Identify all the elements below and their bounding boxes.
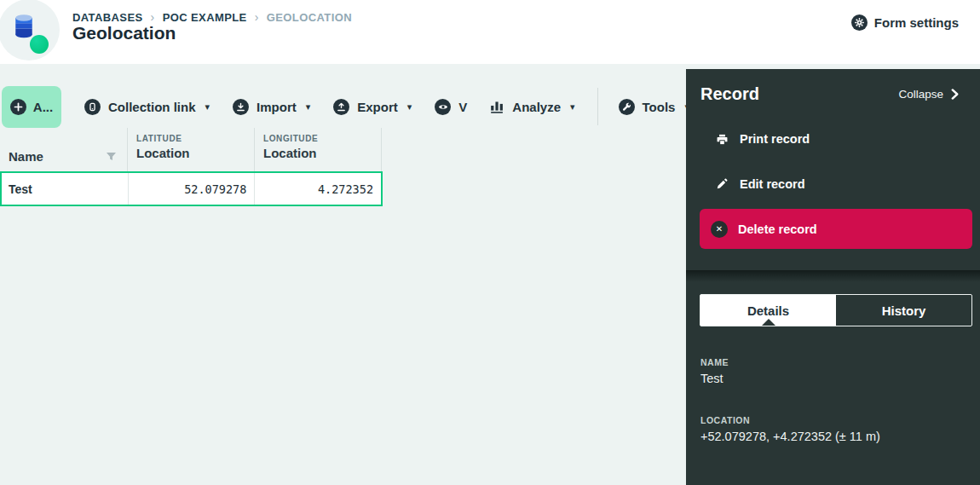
- caret-down-icon: ▾: [407, 101, 412, 113]
- tools-button[interactable]: Tools ▾: [619, 99, 689, 115]
- breadcrumb: DATABASES › POC EXAMPLE › GEOLOCATION: [72, 10, 352, 24]
- record-details: NAME Test LOCATION +52.079278, +4.272352…: [686, 357, 980, 443]
- panel-section-divider: [686, 270, 980, 282]
- tab-details[interactable]: Details: [700, 295, 836, 326]
- toolbar-divider: [597, 88, 598, 125]
- record-panel-header: Record Collapse: [686, 69, 980, 104]
- field-label-location: LOCATION: [700, 415, 980, 425]
- cell-name[interactable]: Test: [2, 173, 128, 205]
- field-value-name: Test: [700, 372, 980, 385]
- record-panel-title: Record: [700, 84, 759, 104]
- edit-record-button[interactable]: Edit record: [715, 174, 966, 194]
- form-settings-button[interactable]: Form settings: [851, 14, 959, 31]
- export-button[interactable]: Export ▾: [333, 99, 412, 115]
- database-avatar: [0, 0, 60, 61]
- edit-record-label: Edit record: [740, 177, 805, 191]
- column-label: Location: [136, 146, 254, 160]
- record-panel: Record Collapse Print record Edit record…: [686, 69, 980, 485]
- chevron-right-icon: [950, 89, 960, 100]
- view-label: V: [458, 100, 467, 114]
- delete-record-label: Delete record: [738, 222, 817, 236]
- bar-chart-icon: [490, 100, 504, 113]
- column-header-latitude[interactable]: LATITUDE Location: [128, 128, 255, 171]
- caret-down-icon: ▾: [570, 101, 575, 113]
- caret-down-icon: ▾: [205, 101, 210, 113]
- download-circle-icon: [233, 99, 249, 115]
- caret-down-icon: ▾: [306, 101, 311, 113]
- column-header-longitude[interactable]: LONGITUDE Location: [255, 128, 382, 171]
- add-record-label: A...: [33, 100, 53, 114]
- analyze-button[interactable]: Analyze ▾: [490, 100, 574, 114]
- view-button[interactable]: V: [435, 99, 467, 115]
- breadcrumb-separator: ›: [255, 10, 259, 24]
- gear-circle-icon: [851, 14, 868, 31]
- printer-icon: [715, 133, 729, 146]
- collapse-button[interactable]: Collapse: [898, 88, 960, 101]
- wrench-circle-icon: [619, 99, 635, 115]
- column-label: Location: [263, 146, 381, 160]
- upload-circle-icon: [333, 99, 349, 115]
- tools-label: Tools: [643, 100, 676, 114]
- pencil-icon: [715, 178, 729, 190]
- collapse-label: Collapse: [898, 88, 943, 101]
- print-record-button[interactable]: Print record: [715, 129, 966, 149]
- cell-longitude[interactable]: 4.272352: [254, 173, 381, 205]
- import-label: Import: [257, 100, 297, 114]
- cell-latitude[interactable]: 52.079278: [128, 173, 255, 205]
- field-label-name: NAME: [700, 357, 980, 367]
- funnel-icon[interactable]: [106, 152, 117, 161]
- column-caption: LONGITUDE: [263, 134, 381, 143]
- export-label: Export: [357, 100, 398, 114]
- form-settings-label: Form settings: [874, 15, 959, 30]
- x-circle-icon: ✕: [711, 221, 728, 238]
- eye-circle-icon: [435, 99, 451, 115]
- analyze-label: Analyze: [512, 100, 561, 114]
- tab-history[interactable]: History: [836, 295, 971, 326]
- delete-record-button[interactable]: ✕ Delete record: [700, 209, 972, 249]
- breadcrumb-databases[interactable]: DATABASES: [72, 11, 143, 24]
- breadcrumb-separator: ›: [151, 10, 155, 24]
- record-tabs: Details History: [700, 294, 972, 326]
- table-row[interactable]: Test 52.079278 4.272352: [0, 171, 383, 206]
- add-record-button[interactable]: A...: [2, 86, 61, 128]
- collection-link-button[interactable]: Collection link ▾: [84, 99, 210, 115]
- print-record-label: Print record: [740, 132, 810, 146]
- column-header-name[interactable]: Name: [0, 128, 128, 171]
- card-circle-icon: [84, 99, 101, 115]
- breadcrumb-geolocation: GEOLOCATION: [267, 11, 352, 24]
- field-value-location: +52.079278, +4.272352 (± 11 m): [700, 430, 980, 443]
- toolbar: A... Collection link ▾ Import ▾ Export ▾…: [0, 85, 689, 128]
- top-bar: DATABASES › POC EXAMPLE › GEOLOCATION Ge…: [0, 0, 980, 64]
- breadcrumb-poc-example[interactable]: POC EXAMPLE: [163, 11, 247, 24]
- import-button[interactable]: Import ▾: [233, 99, 310, 115]
- status-dot: [30, 35, 49, 54]
- collection-link-label: Collection link: [108, 100, 196, 114]
- page-title: Geolocation: [72, 23, 176, 43]
- column-caption: LATITUDE: [136, 134, 254, 143]
- column-label: Name: [9, 149, 43, 164]
- database-cylinder-icon: [12, 12, 36, 39]
- plus-circle-icon: [10, 99, 26, 115]
- table-header: Name LATITUDE Location LONGITUDE Locatio…: [0, 128, 383, 171]
